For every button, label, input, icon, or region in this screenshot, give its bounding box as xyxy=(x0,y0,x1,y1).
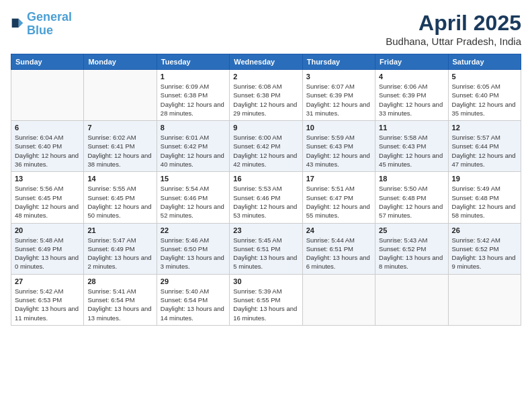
day-info: Sunrise: 5:58 AM Sunset: 6:43 PM Dayligh… xyxy=(379,133,444,169)
day-info: Sunrise: 5:47 AM Sunset: 6:49 PM Dayligh… xyxy=(87,236,152,271)
day-number: 22 xyxy=(161,226,226,234)
day-info: Sunrise: 5:51 AM Sunset: 6:47 PM Dayligh… xyxy=(306,184,371,220)
table-row: 17Sunrise: 5:51 AM Sunset: 6:47 PM Dayli… xyxy=(302,172,375,223)
day-number: 5 xyxy=(452,73,517,81)
table-row: 6Sunrise: 6:04 AM Sunset: 6:40 PM Daylig… xyxy=(11,121,84,172)
day-info: Sunrise: 5:48 AM Sunset: 6:49 PM Dayligh… xyxy=(15,236,80,271)
day-number: 24 xyxy=(306,226,371,234)
day-info: Sunrise: 5:55 AM Sunset: 6:45 PM Dayligh… xyxy=(87,184,152,220)
table-row: 27Sunrise: 5:42 AM Sunset: 6:53 PM Dayli… xyxy=(11,274,84,325)
table-row: 28Sunrise: 5:41 AM Sunset: 6:54 PM Dayli… xyxy=(84,274,157,325)
day-info: Sunrise: 5:56 AM Sunset: 6:45 PM Dayligh… xyxy=(15,184,80,220)
page: General Blue April 2025 Budhana, Uttar P… xyxy=(0,0,532,411)
table-row: 5Sunrise: 6:05 AM Sunset: 6:40 PM Daylig… xyxy=(448,70,521,121)
table-row xyxy=(11,70,84,121)
day-info: Sunrise: 6:06 AM Sunset: 6:39 PM Dayligh… xyxy=(379,82,444,118)
day-number: 13 xyxy=(15,175,80,183)
table-row: 4Sunrise: 6:06 AM Sunset: 6:39 PM Daylig… xyxy=(375,70,448,121)
day-number: 30 xyxy=(233,277,298,285)
day-number: 21 xyxy=(87,226,152,234)
day-number: 11 xyxy=(379,124,444,132)
day-info: Sunrise: 5:39 AM Sunset: 6:55 PM Dayligh… xyxy=(233,287,298,322)
table-row: 22Sunrise: 5:46 AM Sunset: 6:50 PM Dayli… xyxy=(157,223,229,274)
table-row: 12Sunrise: 5:57 AM Sunset: 6:44 PM Dayli… xyxy=(448,121,521,172)
svg-rect-1 xyxy=(12,18,19,27)
day-info: Sunrise: 5:46 AM Sunset: 6:50 PM Dayligh… xyxy=(161,236,226,271)
logo-text: General Blue xyxy=(27,11,72,38)
table-row: 11Sunrise: 5:58 AM Sunset: 6:43 PM Dayli… xyxy=(375,121,448,172)
day-info: Sunrise: 5:57 AM Sunset: 6:44 PM Dayligh… xyxy=(452,133,517,169)
day-number: 25 xyxy=(379,226,444,234)
day-number: 16 xyxy=(233,175,298,183)
day-number: 29 xyxy=(161,277,226,285)
day-info: Sunrise: 5:59 AM Sunset: 6:43 PM Dayligh… xyxy=(306,133,371,169)
day-info: Sunrise: 6:02 AM Sunset: 6:41 PM Dayligh… xyxy=(87,133,152,169)
col-saturday: Saturday xyxy=(448,54,521,70)
day-number: 18 xyxy=(379,175,444,183)
table-row: 14Sunrise: 5:55 AM Sunset: 6:45 PM Dayli… xyxy=(84,172,157,223)
day-info: Sunrise: 5:49 AM Sunset: 6:48 PM Dayligh… xyxy=(452,184,517,220)
logo: General Blue xyxy=(11,11,72,38)
day-number: 7 xyxy=(87,124,152,132)
calendar-week-row: 27Sunrise: 5:42 AM Sunset: 6:53 PM Dayli… xyxy=(11,274,521,325)
table-row: 24Sunrise: 5:44 AM Sunset: 6:51 PM Dayli… xyxy=(302,223,375,274)
day-info: Sunrise: 5:53 AM Sunset: 6:46 PM Dayligh… xyxy=(233,184,298,220)
col-monday: Monday xyxy=(84,54,157,70)
day-number: 9 xyxy=(233,124,298,132)
day-info: Sunrise: 5:42 AM Sunset: 6:52 PM Dayligh… xyxy=(452,236,517,271)
table-row xyxy=(84,70,157,121)
day-number: 10 xyxy=(306,124,371,132)
day-number: 26 xyxy=(452,226,517,234)
day-number: 27 xyxy=(15,277,80,285)
logo-icon xyxy=(11,17,24,31)
day-number: 15 xyxy=(161,175,226,183)
header: General Blue April 2025 Budhana, Uttar P… xyxy=(11,11,521,47)
day-number: 17 xyxy=(306,175,371,183)
col-friday: Friday xyxy=(375,54,448,70)
table-row: 9Sunrise: 6:00 AM Sunset: 6:42 PM Daylig… xyxy=(230,121,302,172)
calendar-header-row: Sunday Monday Tuesday Wednesday Thursday… xyxy=(11,54,521,70)
col-tuesday: Tuesday xyxy=(157,54,229,70)
day-number: 14 xyxy=(87,175,152,183)
day-number: 12 xyxy=(452,124,517,132)
day-number: 6 xyxy=(15,124,80,132)
day-number: 3 xyxy=(306,73,371,81)
day-info: Sunrise: 6:07 AM Sunset: 6:39 PM Dayligh… xyxy=(306,82,371,118)
calendar-week-row: 13Sunrise: 5:56 AM Sunset: 6:45 PM Dayli… xyxy=(11,172,521,223)
day-number: 8 xyxy=(161,124,226,132)
day-info: Sunrise: 6:09 AM Sunset: 6:38 PM Dayligh… xyxy=(161,82,226,118)
day-info: Sunrise: 5:54 AM Sunset: 6:46 PM Dayligh… xyxy=(161,184,226,220)
day-info: Sunrise: 5:44 AM Sunset: 6:51 PM Dayligh… xyxy=(306,236,371,271)
day-info: Sunrise: 5:45 AM Sunset: 6:51 PM Dayligh… xyxy=(233,236,298,271)
table-row: 3Sunrise: 6:07 AM Sunset: 6:39 PM Daylig… xyxy=(302,70,375,121)
day-info: Sunrise: 6:04 AM Sunset: 6:40 PM Dayligh… xyxy=(15,133,80,169)
table-row: 2Sunrise: 6:08 AM Sunset: 6:38 PM Daylig… xyxy=(230,70,302,121)
table-row: 7Sunrise: 6:02 AM Sunset: 6:41 PM Daylig… xyxy=(84,121,157,172)
title-block: April 2025 Budhana, Uttar Pradesh, India xyxy=(386,11,521,47)
table-row: 25Sunrise: 5:43 AM Sunset: 6:52 PM Dayli… xyxy=(375,223,448,274)
table-row xyxy=(302,274,375,325)
day-number: 2 xyxy=(233,73,298,81)
table-row: 19Sunrise: 5:49 AM Sunset: 6:48 PM Dayli… xyxy=(448,172,521,223)
calendar: Sunday Monday Tuesday Wednesday Thursday… xyxy=(11,54,521,326)
table-row: 18Sunrise: 5:50 AM Sunset: 6:48 PM Dayli… xyxy=(375,172,448,223)
day-number: 28 xyxy=(87,277,152,285)
day-info: Sunrise: 6:01 AM Sunset: 6:42 PM Dayligh… xyxy=(161,133,226,169)
table-row: 26Sunrise: 5:42 AM Sunset: 6:52 PM Dayli… xyxy=(448,223,521,274)
table-row: 21Sunrise: 5:47 AM Sunset: 6:49 PM Dayli… xyxy=(84,223,157,274)
day-number: 20 xyxy=(15,226,80,234)
table-row: 8Sunrise: 6:01 AM Sunset: 6:42 PM Daylig… xyxy=(157,121,229,172)
table-row: 15Sunrise: 5:54 AM Sunset: 6:46 PM Dayli… xyxy=(157,172,229,223)
day-info: Sunrise: 6:05 AM Sunset: 6:40 PM Dayligh… xyxy=(452,82,517,118)
day-info: Sunrise: 5:41 AM Sunset: 6:54 PM Dayligh… xyxy=(87,287,152,322)
table-row: 20Sunrise: 5:48 AM Sunset: 6:49 PM Dayli… xyxy=(11,223,84,274)
table-row: 10Sunrise: 5:59 AM Sunset: 6:43 PM Dayli… xyxy=(302,121,375,172)
calendar-week-row: 6Sunrise: 6:04 AM Sunset: 6:40 PM Daylig… xyxy=(11,121,521,172)
day-info: Sunrise: 5:42 AM Sunset: 6:53 PM Dayligh… xyxy=(15,287,80,322)
calendar-week-row: 1Sunrise: 6:09 AM Sunset: 6:38 PM Daylig… xyxy=(11,70,521,121)
table-row: 30Sunrise: 5:39 AM Sunset: 6:55 PM Dayli… xyxy=(230,274,302,325)
table-row xyxy=(448,274,521,325)
day-number: 23 xyxy=(233,226,298,234)
subtitle: Budhana, Uttar Pradesh, India xyxy=(386,36,521,47)
day-number: 4 xyxy=(379,73,444,81)
